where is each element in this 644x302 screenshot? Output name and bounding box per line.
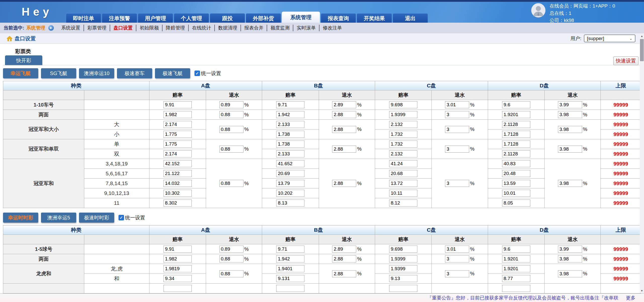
odds-input[interactable]	[389, 199, 417, 207]
odds-input[interactable]	[276, 246, 304, 253]
odds-input[interactable]	[389, 246, 417, 253]
odds-input[interactable]	[389, 131, 417, 138]
rebate-input[interactable]	[558, 146, 582, 153]
odds-input[interactable]	[164, 150, 192, 157]
odds-input[interactable]	[164, 160, 192, 167]
odds-input[interactable]	[502, 111, 530, 118]
odds-input[interactable]	[276, 101, 304, 108]
vertical-scrollbar[interactable]: ▲ ▼	[640, 34, 644, 293]
scrollbar-up-icon[interactable]: ▲	[640, 34, 644, 38]
rebate-input[interactable]	[558, 180, 582, 187]
rebate-input[interactable]	[219, 180, 244, 187]
odds-input[interactable]	[276, 111, 304, 118]
nav-tab-instant-bets[interactable]: 即时注单	[66, 13, 101, 23]
quick-set-button[interactable]: 快速设置	[613, 56, 638, 65]
unify-checkbox[interactable]: ✓	[194, 71, 200, 76]
rebate-input[interactable]	[332, 270, 356, 277]
game-tab-australia-lucky5[interactable]: 澳洲幸运5	[41, 213, 76, 223]
odds-input[interactable]	[164, 111, 192, 118]
rebate-input[interactable]	[445, 180, 469, 187]
odds-input[interactable]	[389, 150, 417, 157]
unify-checkbox[interactable]: ✓	[118, 215, 124, 220]
footer-more-link[interactable]: 更多	[626, 295, 635, 301]
odds-input[interactable]	[276, 190, 304, 197]
odds-input[interactable]	[164, 285, 192, 292]
submenu-item-lottery-mgmt[interactable]: 彩票管理	[84, 25, 110, 31]
rebate-input[interactable]	[219, 255, 244, 262]
nav-tab-bet-alerts[interactable]: 注单预警	[102, 13, 137, 23]
odds-input[interactable]	[502, 255, 530, 262]
odds-input[interactable]	[276, 255, 304, 262]
rebate-input[interactable]	[332, 126, 356, 133]
submenu-item-plate-settings[interactable]: 盘口设置	[110, 25, 136, 31]
odds-input[interactable]	[389, 285, 417, 292]
rebate-input[interactable]	[332, 111, 356, 118]
odds-input[interactable]	[389, 275, 417, 282]
odds-input[interactable]	[502, 199, 530, 207]
scrollbar-thumb[interactable]	[640, 39, 644, 61]
odds-input[interactable]	[389, 111, 417, 118]
game-tab-lucky-ssc[interactable]: 幸运时时彩	[3, 213, 38, 223]
nav-tab-external-supply[interactable]: 外部补货	[246, 13, 281, 23]
game-tab-speed-airship[interactable]: 极速飞艇	[155, 68, 190, 78]
submenu-item-system-settings[interactable]: 系统设置	[58, 25, 84, 31]
odds-input[interactable]	[389, 121, 417, 128]
odds-input[interactable]	[502, 141, 530, 148]
rebate-input[interactable]	[445, 246, 469, 253]
rebate-input[interactable]	[558, 255, 582, 262]
rebate-input[interactable]	[558, 101, 582, 108]
odds-input[interactable]	[276, 160, 304, 167]
odds-input[interactable]	[389, 101, 417, 108]
odds-input[interactable]	[389, 255, 417, 262]
odds-input[interactable]	[502, 170, 530, 177]
submenu-item-online-stats[interactable]: 在线统计	[188, 25, 214, 31]
submenu-item-odds-reduction[interactable]: 降赔管理	[162, 25, 188, 31]
odds-input[interactable]	[276, 180, 304, 187]
odds-input[interactable]	[164, 265, 192, 272]
odds-input[interactable]	[164, 141, 192, 148]
odds-input[interactable]	[164, 199, 192, 207]
submenu-item-data-cleanup[interactable]: 数据清理	[214, 25, 240, 31]
odds-input[interactable]	[164, 101, 192, 108]
submenu-item-modify-bets[interactable]: 修改注单	[319, 25, 345, 31]
user-select[interactable]: [supper] ⌄	[584, 35, 635, 42]
nav-tab-draw-results[interactable]: 开奖结果	[357, 13, 392, 23]
rebate-input[interactable]	[332, 180, 356, 187]
odds-input[interactable]	[502, 131, 530, 138]
odds-input[interactable]	[502, 121, 530, 128]
odds-input[interactable]	[502, 265, 530, 272]
nav-tab-logout[interactable]: 退出	[393, 13, 428, 23]
odds-input[interactable]	[389, 170, 417, 177]
rebate-input[interactable]	[445, 111, 469, 118]
odds-input[interactable]	[276, 131, 304, 138]
rebate-input[interactable]	[332, 146, 356, 153]
game-tab-australia-lucky10[interactable]: 澳洲幸运10	[79, 68, 114, 78]
odds-input[interactable]	[389, 190, 417, 197]
odds-input[interactable]	[389, 265, 417, 272]
odds-input[interactable]	[164, 170, 192, 177]
odds-input[interactable]	[502, 180, 530, 187]
odds-input[interactable]	[276, 275, 304, 282]
odds-input[interactable]	[502, 190, 530, 197]
odds-input[interactable]	[276, 141, 304, 148]
odds-input[interactable]	[502, 285, 530, 292]
group-tab-quick-lottery[interactable]: 快开彩	[5, 55, 42, 65]
rebate-input[interactable]	[445, 126, 469, 133]
submenu-item-report-merge[interactable]: 报表合并	[240, 25, 267, 31]
rebate-input[interactable]	[558, 270, 582, 277]
rebate-input[interactable]	[558, 111, 582, 118]
submenu-item-realtime-roll[interactable]: 实时滚单	[293, 25, 319, 31]
rebate-input[interactable]	[332, 255, 356, 262]
rebate-input[interactable]	[445, 255, 469, 262]
rebate-input[interactable]	[558, 246, 582, 253]
nav-tab-user-mgmt[interactable]: 用户管理	[138, 13, 173, 23]
odds-input[interactable]	[164, 190, 192, 197]
odds-input[interactable]	[502, 275, 530, 282]
odds-input[interactable]	[164, 246, 192, 253]
odds-input[interactable]	[502, 246, 530, 253]
submenu-item-initial-limits[interactable]: 初始限额	[136, 25, 162, 31]
rebate-input[interactable]	[219, 111, 244, 118]
odds-input[interactable]	[276, 150, 304, 157]
odds-input[interactable]	[164, 255, 192, 262]
rebate-input[interactable]	[445, 270, 469, 277]
